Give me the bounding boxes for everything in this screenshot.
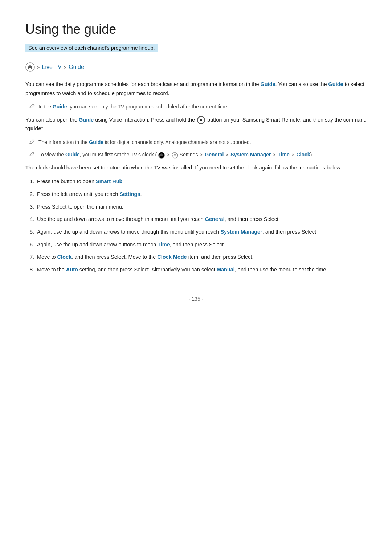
svg-point-3: [174, 154, 176, 156]
steps-list: Press the button to open Smart Hub. Pres…: [36, 177, 367, 274]
note3-chevron-3: >: [226, 152, 228, 159]
breadcrumb-chevron-2: >: [64, 65, 67, 70]
guide-link-note2[interactable]: Guide: [89, 139, 103, 145]
step-5: Again, use the up and down arrows to mov…: [36, 227, 367, 237]
subtitle-highlight: See an overview of each channel's progra…: [25, 44, 158, 52]
manual-link-step8[interactable]: Manual: [217, 267, 235, 272]
pencil-icon-1: [29, 103, 35, 110]
step-7: Move to Clock, and then press Select. Mo…: [36, 253, 367, 262]
step-3: Press Select to open the main menu.: [36, 202, 367, 212]
clockmode-link-step7[interactable]: Clock Mode: [157, 254, 187, 260]
guide-link-1[interactable]: Guide: [261, 81, 275, 87]
note-3-text: To view the Guide, you must first set th…: [38, 151, 313, 159]
pencil-icon-2: [29, 139, 35, 146]
auto-link-step8[interactable]: Auto: [66, 267, 78, 272]
note-2: The information in the Guide is for digi…: [25, 138, 367, 146]
para1-text1: You can see the daily programme schedule…: [25, 81, 261, 87]
paragraph-3: The clock should have been set to automa…: [25, 163, 367, 172]
time-link-step6[interactable]: Time: [158, 242, 170, 247]
settings-inline-icon: [172, 152, 178, 159]
note-3: To view the Guide, you must first set th…: [25, 151, 367, 159]
clock-link-note3[interactable]: Clock: [297, 152, 310, 157]
page-title: Using the guide: [25, 22, 367, 37]
step-1: Press the button to open Smart Hub.: [36, 177, 367, 186]
sysmanager-link-note3[interactable]: System Manager: [230, 152, 271, 157]
note-1-text: In the Guide, you can see only the TV pr…: [38, 103, 228, 111]
step-8: Move to the Auto setting, and then press…: [36, 265, 367, 274]
step-6: Again, use the up and down arrow buttons…: [36, 240, 367, 249]
settings-link-step2[interactable]: Settings: [119, 191, 140, 197]
guide-link-note1[interactable]: Guide: [53, 104, 67, 110]
paragraph-1: You can see the daily programme schedule…: [25, 80, 367, 98]
paragraph-2: You can also open the Guide using Voice …: [25, 115, 367, 133]
note3-chevron-2: >: [200, 152, 203, 159]
guide-command-bold: guide: [27, 126, 41, 131]
guide-link-3[interactable]: Guide: [79, 117, 94, 123]
page-footer: - 135 -: [25, 296, 367, 302]
breadcrumb: > Live TV > Guide: [25, 62, 367, 72]
voice-button-icon: ●: [197, 116, 205, 124]
clock-link-step7[interactable]: Clock: [57, 254, 72, 260]
note3-chevron-5: >: [292, 152, 294, 159]
note3-chevron-1: >: [167, 152, 170, 159]
note-2-text: The information in the Guide is for digi…: [38, 138, 251, 146]
home-icon: [25, 62, 35, 72]
breadcrumb-guide[interactable]: Guide: [69, 64, 84, 70]
sysmanager-link-step5[interactable]: System Manager: [220, 229, 262, 235]
breadcrumb-livetv[interactable]: Live TV: [42, 64, 62, 70]
breadcrumb-chevron-1: >: [37, 65, 40, 70]
home-inline-icon: [158, 152, 165, 159]
general-link-note3[interactable]: General: [205, 152, 224, 157]
smart-hub-link[interactable]: Smart Hub: [96, 178, 122, 184]
pencil-icon-3: [29, 151, 35, 158]
note-1: In the Guide, you can see only the TV pr…: [25, 103, 367, 111]
time-link-note3[interactable]: Time: [278, 152, 289, 157]
guide-link-note3[interactable]: Guide: [65, 152, 80, 157]
general-link-step4[interactable]: General: [205, 216, 225, 222]
note3-chevron-4: >: [273, 152, 275, 159]
guide-link-2[interactable]: Guide: [328, 81, 343, 87]
step-2: Press the left arrow until you reach Set…: [36, 190, 367, 199]
para1-text2: . You can also use the: [275, 81, 328, 87]
step-4: Use the up and down arrows to move throu…: [36, 215, 367, 224]
